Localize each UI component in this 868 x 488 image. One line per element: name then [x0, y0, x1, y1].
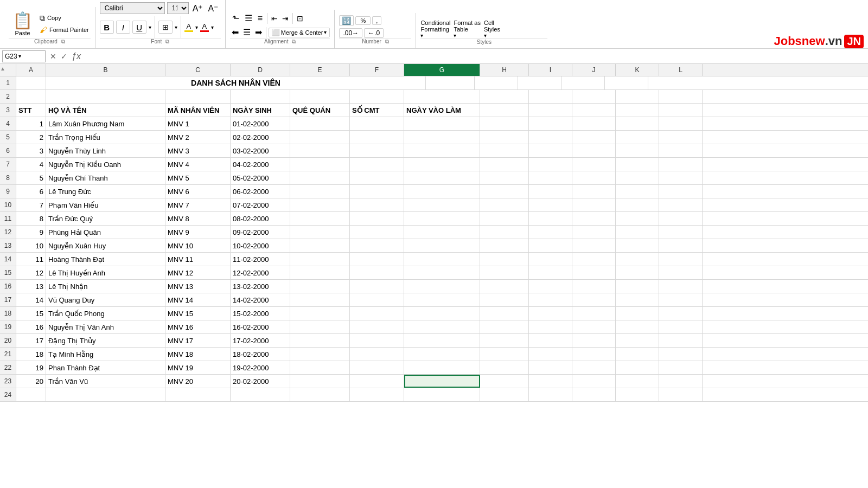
cell[interactable]: SỐ CMT: [350, 104, 404, 117]
cell[interactable]: [572, 171, 616, 184]
cell[interactable]: 10-02-2000: [231, 239, 290, 252]
cell[interactable]: [480, 388, 529, 401]
cell-styles-dropdown-icon[interactable]: ▾: [484, 33, 487, 38]
cell[interactable]: [290, 198, 350, 211]
col-header-b[interactable]: B: [46, 64, 165, 76]
cell[interactable]: Phan Thành Đạt: [46, 361, 165, 374]
cell[interactable]: [616, 212, 659, 225]
cell[interactable]: 19-02-2000: [231, 361, 290, 374]
cell[interactable]: [659, 239, 703, 252]
cell[interactable]: [659, 253, 703, 266]
cell[interactable]: 15: [16, 307, 46, 320]
cell[interactable]: [659, 226, 703, 239]
underline-button[interactable]: U: [132, 21, 146, 34]
formula-cancel-icon[interactable]: ✕: [49, 51, 58, 62]
cell[interactable]: [290, 375, 350, 388]
cell[interactable]: [659, 293, 703, 306]
cell[interactable]: 17: [16, 334, 46, 347]
cell[interactable]: [616, 226, 659, 239]
cell[interactable]: [572, 239, 616, 252]
font-color-dropdown-icon[interactable]: ▾: [211, 24, 214, 30]
cell[interactable]: [290, 388, 350, 401]
col-header-h[interactable]: H: [480, 64, 529, 76]
cell[interactable]: MNV 13: [165, 280, 231, 293]
cell[interactable]: [616, 131, 659, 144]
cell[interactable]: [404, 131, 480, 144]
cell[interactable]: [350, 185, 404, 198]
cell[interactable]: [404, 375, 480, 388]
cell[interactable]: 5: [16, 171, 46, 184]
cell[interactable]: [404, 171, 480, 184]
cell[interactable]: [350, 239, 404, 252]
cell[interactable]: [659, 171, 703, 184]
cell[interactable]: [529, 293, 572, 306]
col-header-i[interactable]: I: [529, 64, 572, 76]
cell[interactable]: [480, 144, 529, 157]
align-right-icon[interactable]: ➡: [253, 27, 264, 38]
cell[interactable]: [659, 158, 703, 171]
cell[interactable]: [480, 90, 529, 103]
cell[interactable]: [572, 348, 616, 361]
wrap-text-icon[interactable]: ⊡: [295, 14, 305, 23]
cell[interactable]: MNV 8: [165, 212, 231, 225]
cell[interactable]: [616, 280, 659, 293]
cell[interactable]: [350, 320, 404, 333]
cell[interactable]: 11: [16, 253, 46, 266]
cell[interactable]: [350, 144, 404, 157]
number-format-icon[interactable]: 🔢: [339, 15, 354, 26]
cell[interactable]: MNV 12: [165, 266, 231, 279]
cell[interactable]: [290, 348, 350, 361]
cell[interactable]: [529, 117, 572, 130]
cell[interactable]: MNV 5: [165, 171, 231, 184]
cell[interactable]: Trần Đức Quý: [46, 212, 165, 225]
clipboard-expand-icon[interactable]: ⧉: [61, 38, 65, 44]
align-left-icon[interactable]: ⬅: [230, 27, 240, 38]
cell[interactable]: Nguyễn Thị Vân Anh: [46, 320, 165, 333]
cell[interactable]: Phùng Hải Quân: [46, 226, 165, 239]
fill-color-dropdown-icon[interactable]: ▾: [195, 24, 198, 30]
cell[interactable]: Lê Trung Đức: [46, 185, 165, 198]
col-header-f[interactable]: F: [350, 64, 404, 76]
cell[interactable]: [529, 198, 572, 211]
cell[interactable]: [518, 76, 561, 89]
cell[interactable]: [480, 361, 529, 374]
cell[interactable]: [529, 348, 572, 361]
cell[interactable]: [404, 117, 480, 130]
cell[interactable]: [350, 361, 404, 374]
cell[interactable]: [480, 131, 529, 144]
cell[interactable]: Tạ Minh Hằng: [46, 348, 165, 361]
cell[interactable]: [350, 117, 404, 130]
format-table-dropdown-icon[interactable]: ▾: [454, 33, 456, 38]
cell[interactable]: 3: [16, 144, 46, 157]
cell[interactable]: [572, 144, 616, 157]
merge-center-button[interactable]: ⬜ Merge & Center ▾: [269, 28, 330, 37]
cell[interactable]: Lê Thị Huyền Anh: [46, 266, 165, 279]
cell[interactable]: 13: [16, 280, 46, 293]
cell[interactable]: MNV 4: [165, 158, 231, 171]
cell[interactable]: 19: [16, 361, 46, 374]
cell[interactable]: Trần Văn Vũ: [46, 375, 165, 388]
cell[interactable]: [659, 320, 703, 333]
conditional-formatting-button[interactable]: Conditional Formatting ▾: [420, 20, 450, 38]
align-top-left-icon[interactable]: ⬑: [230, 12, 241, 24]
percent-button[interactable]: %: [355, 16, 371, 25]
increase-font-icon[interactable]: A⁺: [191, 3, 205, 14]
decrease-font-icon[interactable]: A⁻: [206, 3, 220, 14]
cell[interactable]: [529, 361, 572, 374]
cell[interactable]: Trần Quốc Phong: [46, 307, 165, 320]
cell[interactable]: [616, 144, 659, 157]
cell[interactable]: 06-02-2000: [231, 185, 290, 198]
cell[interactable]: MNV 1: [165, 117, 231, 130]
cell[interactable]: Lâm Xuân Phương Nam: [46, 117, 165, 130]
cell[interactable]: [659, 144, 703, 157]
cell[interactable]: [529, 171, 572, 184]
cell[interactable]: 05-02-2000: [231, 171, 290, 184]
cell[interactable]: [480, 266, 529, 279]
cell[interactable]: [659, 266, 703, 279]
cell[interactable]: [616, 307, 659, 320]
fill-color-button[interactable]: A: [184, 22, 193, 32]
cell[interactable]: Nguyễn Chí Thanh: [46, 171, 165, 184]
cell[interactable]: [290, 131, 350, 144]
alignment-expand-icon[interactable]: ⧉: [292, 38, 296, 44]
cell[interactable]: [659, 131, 703, 144]
